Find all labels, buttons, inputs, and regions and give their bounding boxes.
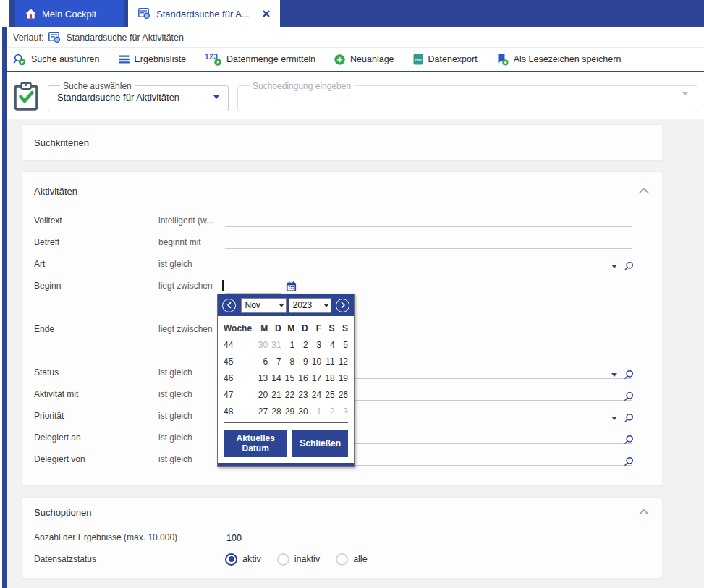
chevron-down-icon[interactable]: [611, 417, 617, 420]
year-value: 2023: [293, 300, 313, 310]
tab-mein-cockpit[interactable]: Mein Cockpit: [15, 0, 124, 27]
operator-label: liegt zwischen: [158, 318, 225, 334]
lookup-search-icon[interactable]: [624, 413, 634, 423]
day-cell[interactable]: 22: [281, 390, 294, 400]
lookup-search-icon[interactable]: [624, 261, 634, 271]
day-cell[interactable]: 20: [255, 390, 268, 400]
history-label: Verlauf:: [13, 33, 43, 43]
history-row: Verlauf: Standardsuche für Aktivitäten: [7, 27, 704, 48]
row-art: Art ist gleich: [34, 253, 650, 275]
day-cell[interactable]: 18: [321, 373, 334, 383]
chevron-down-icon: [279, 304, 284, 310]
lookup-search-icon[interactable]: [624, 435, 634, 445]
day-cell[interactable]: 2: [321, 406, 334, 417]
day-cell[interactable]: 9: [294, 357, 308, 367]
count-records-button[interactable]: 123 Datenmenge ermitteln: [205, 54, 315, 65]
save-bookmark-button[interactable]: Als Lesezeichen speichern: [496, 54, 622, 66]
record-status-label: Datensatzstatus: [34, 554, 225, 564]
new-record-button[interactable]: Neuanlage: [334, 54, 394, 65]
day-cell[interactable]: 24: [308, 390, 321, 400]
search-select-value: Standardsuche für Aktivitäten: [57, 92, 179, 103]
radio-button-icon[interactable]: [336, 553, 348, 566]
results-count-input[interactable]: 100: [225, 529, 312, 545]
art-input[interactable]: [225, 253, 632, 275]
section-title: Suchkriterien: [34, 137, 89, 148]
csv-file-icon: csv: [413, 54, 423, 65]
left-accent-bar: [2, 27, 7, 588]
date-picker-header: Nov 2023: [218, 294, 354, 316]
day-cell[interactable]: 27: [255, 406, 268, 417]
close-calendar-button[interactable]: Schließen: [292, 430, 348, 457]
day-cell[interactable]: 21: [268, 390, 281, 400]
day-cell[interactable]: 25: [321, 390, 334, 400]
home-icon: [25, 9, 36, 19]
day-cell[interactable]: 26: [335, 390, 348, 400]
day-cell[interactable]: 4: [321, 340, 334, 350]
toolbar-label: Als Lesezeichen speichern: [514, 54, 622, 64]
chevron-down-icon[interactable]: [611, 373, 617, 377]
row-volltext: Volltext intelligent (w...: [34, 210, 650, 231]
collapse-chevron-icon[interactable]: [639, 188, 649, 194]
day-cell[interactable]: 3: [308, 340, 321, 350]
day-cell[interactable]: 11: [321, 357, 334, 367]
close-icon[interactable]: [263, 10, 270, 17]
day-cell[interactable]: 30: [294, 406, 308, 417]
lookup-search-icon[interactable]: [624, 456, 634, 466]
radio-inaktiv[interactable]: inaktiv: [277, 553, 320, 566]
day-cell[interactable]: 17: [308, 373, 321, 383]
day-cell[interactable]: 31: [268, 340, 281, 350]
tab-standardsuche[interactable]: Standardsuche für A...: [128, 0, 280, 27]
day-cell[interactable]: 23: [294, 390, 308, 400]
day-cell[interactable]: 7: [268, 357, 281, 367]
calendar-icon[interactable]: [286, 281, 297, 294]
prev-month-button[interactable]: [222, 299, 236, 312]
day-cell[interactable]: 8: [281, 357, 294, 367]
day-cell[interactable]: 1: [308, 406, 321, 417]
day-cell[interactable]: 30: [255, 340, 268, 350]
tab-label: Mein Cockpit: [42, 9, 96, 20]
day-cell[interactable]: 2: [294, 340, 308, 350]
result-list-button[interactable]: Ergebnisliste: [119, 54, 187, 64]
betreff-input[interactable]: [225, 231, 632, 253]
suchkriterien-card: Suchkriterien: [22, 124, 663, 161]
current-date-button[interactable]: Aktuelles Datum: [224, 430, 287, 457]
lookup-search-icon[interactable]: [624, 391, 634, 401]
radio-button-icon[interactable]: [225, 553, 237, 566]
lookup-search-icon[interactable]: [624, 370, 634, 380]
day-cell[interactable]: 14: [268, 373, 281, 383]
chevron-down-icon[interactable]: [611, 265, 617, 268]
day-cell[interactable]: 12: [335, 357, 348, 367]
day-cell[interactable]: 15: [281, 373, 294, 383]
year-select[interactable]: 2023: [289, 298, 331, 313]
field-label: Volltext: [34, 216, 158, 226]
day-cell[interactable]: 6: [255, 357, 268, 367]
day-header: M: [255, 323, 268, 333]
day-cell[interactable]: 3: [335, 406, 348, 417]
calendar-week-row: 44 30 31 1 2 3 4 5: [224, 336, 348, 353]
chevron-down-icon[interactable]: [213, 95, 219, 99]
next-month-button[interactable]: [336, 299, 349, 312]
month-select[interactable]: Nov: [241, 298, 287, 313]
day-cell[interactable]: 1: [281, 340, 294, 350]
day-cell[interactable]: 13: [255, 373, 268, 383]
day-cell[interactable]: 5: [335, 340, 348, 350]
search-select-dropdown[interactable]: Suche auswählen Standardsuche für Aktivi…: [48, 81, 229, 111]
week-number: 46: [224, 373, 255, 383]
search-condition-input[interactable]: Suchbedingung eingeben: [237, 81, 697, 111]
text-cursor: [222, 280, 224, 291]
radio-label: alle: [353, 554, 367, 564]
radio-aktiv[interactable]: aktiv: [225, 553, 261, 566]
day-cell[interactable]: 19: [335, 373, 348, 383]
day-cell[interactable]: 16: [294, 373, 308, 383]
day-cell[interactable]: 10: [308, 357, 321, 367]
radio-button-icon[interactable]: [277, 553, 289, 566]
day-cell[interactable]: 28: [268, 406, 281, 417]
operator-label: ist gleich: [158, 389, 225, 399]
radio-alle[interactable]: alle: [336, 553, 367, 566]
history-item[interactable]: Standardsuche für Aktivitäten: [66, 33, 184, 43]
volltext-input[interactable]: [225, 210, 632, 231]
run-search-button[interactable]: Suche ausführen: [13, 54, 100, 66]
data-export-button[interactable]: csv Datenexport: [413, 54, 478, 65]
collapse-chevron-icon[interactable]: [639, 509, 649, 515]
day-cell[interactable]: 29: [281, 406, 294, 417]
